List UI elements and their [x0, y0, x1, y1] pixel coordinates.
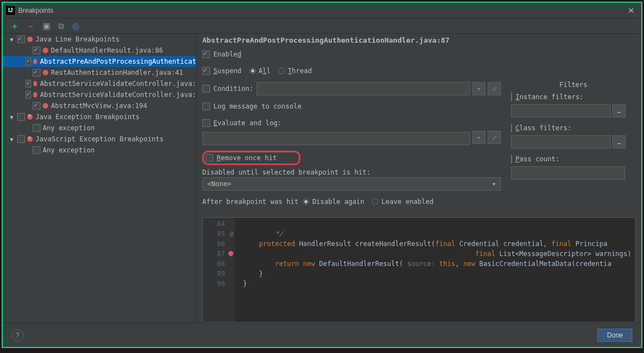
suspend-all-radio[interactable]: [249, 68, 256, 74]
item-checkbox[interactable]: [25, 58, 31, 65]
tree-group-java-exception[interactable]: ▼ Java Exception Breakpoints: [3, 111, 196, 122]
tree-item[interactable]: Any exception: [3, 122, 196, 134]
pass-count-label: Pass count:: [515, 155, 559, 163]
breakpoint-icon: [43, 103, 48, 109]
disabled-until-select[interactable]: <None> ▾: [202, 177, 501, 191]
tree-item-label: Any exception: [43, 124, 95, 132]
item-checkbox[interactable]: [25, 80, 31, 88]
ellipsis-icon[interactable]: …: [612, 104, 626, 117]
suspend-label: Suspend: [213, 67, 242, 75]
pass-count-checkbox[interactable]: [511, 155, 512, 163]
breakpoint-tree[interactable]: ▼ Java Line Breakpoints DefaultHandlerRe…: [3, 34, 197, 323]
remove-once-hit-checkbox[interactable]: [206, 154, 213, 162]
app-icon: IJ: [6, 6, 15, 15]
breakpoint-icon: [33, 92, 37, 98]
item-checkbox[interactable]: [33, 102, 40, 110]
tree-item[interactable]: Any exception: [3, 145, 196, 156]
tree-item[interactable]: AbstractMvcView.java:194: [3, 100, 196, 111]
suspend-checkbox[interactable]: [202, 67, 210, 75]
filters-header: Filters: [511, 81, 636, 89]
item-checkbox[interactable]: [33, 124, 40, 132]
class-filters-input[interactable]: [511, 135, 611, 149]
code-line: */: [235, 230, 283, 238]
disabled-until-label: Disabled until selected breakpoint is hi…: [202, 168, 501, 176]
pass-count-input[interactable]: [511, 166, 625, 180]
tree-item-label: DefaultHandlerResult.java:86: [51, 47, 163, 54]
tree-group-label: JavaScript Exception Breakpoints: [35, 135, 163, 143]
help-button[interactable]: ?: [12, 329, 24, 341]
title-bar: IJ Breakpoints ✕: [3, 3, 641, 18]
tree-item-label: RestAuthenticationHandler.java:41: [51, 69, 183, 76]
group-checkbox[interactable]: [17, 135, 25, 143]
mute-icon[interactable]: ▣: [43, 22, 50, 30]
condition-label: Condition:: [213, 85, 253, 93]
breakpoint-icon[interactable]: [228, 251, 233, 256]
breakpoint-icon: [43, 70, 48, 75]
tree-item[interactable]: AbstractServiceValidateController.java:: [3, 89, 196, 100]
code-line: }: [235, 270, 263, 278]
tree-item-label: AbstractPreAndPostProcessingAuthenticat: [40, 58, 196, 65]
breakpoint-icon: [33, 59, 37, 64]
class-filters-checkbox[interactable]: [511, 124, 512, 132]
item-checkbox[interactable]: [33, 69, 40, 76]
chevron-down-icon[interactable]: ▼: [8, 114, 15, 120]
close-icon[interactable]: ✕: [625, 6, 638, 15]
chevron-down-icon[interactable]: ▼: [8, 37, 15, 43]
expand-icon[interactable]: ⤢: [488, 131, 501, 144]
enabled-checkbox[interactable]: [202, 50, 210, 58]
suspend-thread-label: Thread: [288, 67, 311, 75]
tree-item[interactable]: AbstractServiceValidateController.java:: [3, 78, 196, 89]
condition-checkbox[interactable]: [202, 85, 210, 93]
suspend-all-label: All: [259, 67, 271, 75]
chevron-down-icon: ▾: [492, 180, 496, 188]
group-checkbox[interactable]: [17, 113, 25, 121]
add-breakpoint-button[interactable]: ＋: [11, 22, 19, 30]
tree-item[interactable]: DefaultHandlerResult.java:86: [3, 45, 196, 56]
expand-icon[interactable]: ⤢: [488, 82, 501, 95]
target-icon[interactable]: ◎: [72, 22, 79, 30]
history-icon[interactable]: ▾: [472, 82, 485, 95]
tree-group-label: Java Exception Breakpoints: [35, 113, 140, 121]
select-value: <None>: [207, 180, 231, 188]
tree-item-label: AbstractServiceValidateController.java:: [40, 80, 196, 88]
tree-item[interactable]: AbstractPreAndPostProcessingAuthenticat: [3, 56, 196, 67]
history-icon[interactable]: ▾: [472, 131, 485, 144]
evaluate-label: Evaluate and log:: [213, 119, 282, 127]
exception-breakpoint-icon: [27, 136, 33, 142]
suspend-thread-radio[interactable]: [278, 68, 285, 74]
tree-item[interactable]: RestAuthenticationHandler.java:41: [3, 67, 196, 78]
evaluate-input[interactable]: [202, 132, 470, 145]
instance-filters-input[interactable]: [511, 104, 611, 117]
evaluate-checkbox[interactable]: [202, 119, 210, 127]
exception-breakpoint-icon: [27, 114, 33, 120]
chevron-down-icon[interactable]: ▼: [8, 136, 15, 142]
log-label: Log message to console: [213, 103, 301, 110]
tree-item-label: AbstractMvcView.java:194: [51, 102, 147, 110]
instance-filters-checkbox[interactable]: [511, 93, 512, 101]
code-area[interactable]: */ protected HandlerResult createHandler…: [235, 218, 635, 322]
breakpoint-icon: [43, 48, 48, 53]
log-checkbox[interactable]: [202, 103, 210, 110]
remove-once-hit-highlight: Remove once hit: [202, 151, 300, 165]
group-checkbox[interactable]: [17, 35, 25, 43]
leave-enabled-radio[interactable]: [372, 198, 379, 205]
footer: ? Done: [3, 323, 641, 347]
gutter: 84 85@ 86 87 88 89 90: [203, 218, 235, 322]
tree-group-label: Java Line Breakpoints: [35, 35, 120, 43]
group-by-icon[interactable]: ⧉: [58, 22, 64, 30]
breakpoint-icon: [27, 37, 33, 42]
ellipsis-icon[interactable]: …: [612, 135, 626, 149]
disable-again-radio[interactable]: [303, 198, 309, 205]
tree-group-java-line[interactable]: ▼ Java Line Breakpoints: [3, 34, 196, 45]
item-checkbox[interactable]: [33, 146, 40, 154]
item-checkbox[interactable]: [33, 47, 40, 54]
code-line: }: [235, 280, 247, 288]
remove-breakpoint-button[interactable]: －: [27, 22, 35, 30]
done-button[interactable]: Done: [597, 329, 632, 342]
item-checkbox[interactable]: [25, 91, 31, 99]
breakpoint-location: AbstractPreAndPostProcessingAuthenticati…: [202, 36, 636, 44]
condition-input[interactable]: [257, 82, 470, 95]
tree-group-js-exception[interactable]: ▼ JavaScript Exception Breakpoints: [3, 134, 196, 145]
remove-once-hit-label: Remove once hit: [217, 154, 277, 162]
leave-enabled-label: Leave enabled: [381, 198, 433, 206]
